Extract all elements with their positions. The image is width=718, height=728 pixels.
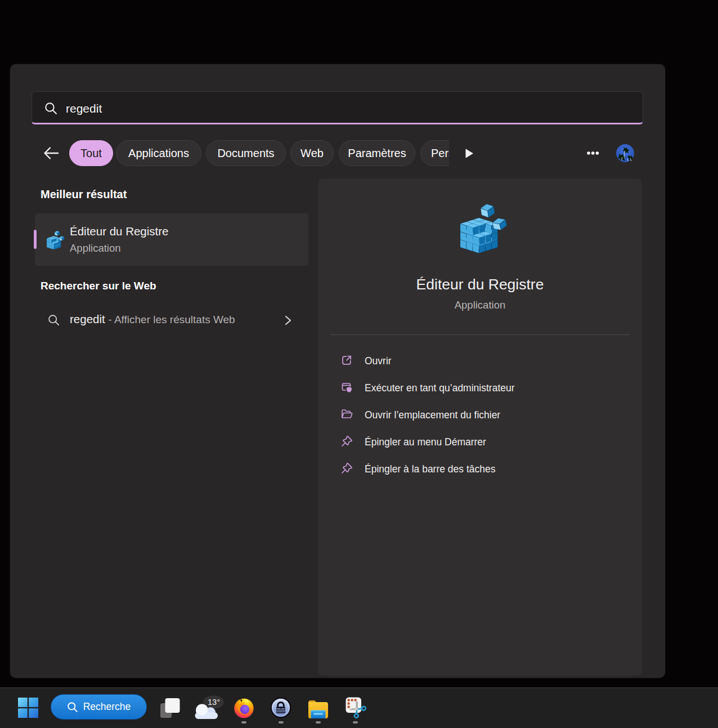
svg-text:13°: 13° <box>208 698 220 707</box>
